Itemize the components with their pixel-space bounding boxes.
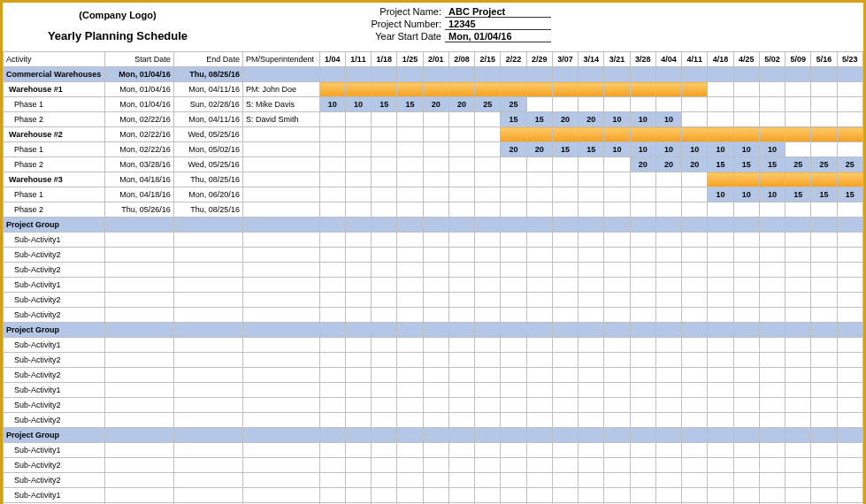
- end-cell[interactable]: Thu, 08/25/16: [173, 172, 242, 187]
- gantt-cell[interactable]: [682, 187, 708, 202]
- gantt-cell[interactable]: [708, 82, 733, 97]
- gantt-cell[interactable]: [397, 127, 423, 142]
- gantt-cell[interactable]: [372, 112, 397, 127]
- gantt-cell[interactable]: [319, 413, 345, 428]
- table-row[interactable]: Sub-Activity2: [4, 248, 863, 263]
- gantt-cell[interactable]: [448, 488, 474, 503]
- gantt-cell[interactable]: [630, 353, 655, 368]
- gantt-cell[interactable]: [733, 127, 759, 142]
- gantt-cell[interactable]: [319, 218, 345, 233]
- gantt-cell[interactable]: [423, 428, 448, 443]
- pm-cell[interactable]: [242, 323, 319, 338]
- table-row[interactable]: Project Group: [4, 428, 863, 443]
- gantt-cell[interactable]: [811, 413, 837, 428]
- end-cell[interactable]: [173, 278, 242, 293]
- gantt-cell[interactable]: [526, 97, 552, 112]
- gantt-cell[interactable]: [448, 293, 474, 308]
- pm-cell[interactable]: [242, 473, 319, 488]
- gantt-cell[interactable]: [630, 398, 655, 413]
- gantt-cell[interactable]: [475, 323, 501, 338]
- gantt-cell[interactable]: [682, 82, 708, 97]
- activity-cell[interactable]: Sub-Activity2: [4, 353, 105, 368]
- gantt-cell[interactable]: [501, 218, 526, 233]
- gantt-cell[interactable]: [759, 112, 785, 127]
- gantt-cell[interactable]: [759, 293, 785, 308]
- gantt-cell[interactable]: [526, 383, 552, 398]
- gantt-cell[interactable]: [475, 157, 501, 172]
- gantt-cell[interactable]: [682, 383, 708, 398]
- gantt-cell[interactable]: [448, 473, 474, 488]
- gantt-cell[interactable]: 10: [682, 142, 708, 157]
- gantt-cell[interactable]: [372, 157, 397, 172]
- gantt-cell[interactable]: [345, 127, 371, 142]
- table-row[interactable]: Sub-Activity1: [4, 278, 863, 293]
- end-cell[interactable]: Sun, 02/28/16: [173, 97, 242, 112]
- end-cell[interactable]: [173, 458, 242, 473]
- gantt-cell[interactable]: [579, 368, 604, 383]
- gantt-cell[interactable]: [552, 458, 578, 473]
- gantt-cell[interactable]: [579, 413, 604, 428]
- gantt-cell[interactable]: [604, 233, 630, 248]
- gantt-cell[interactable]: [811, 353, 837, 368]
- gantt-cell[interactable]: [345, 443, 371, 458]
- gantt-cell[interactable]: [345, 323, 371, 338]
- gantt-cell[interactable]: 15: [526, 112, 552, 127]
- gantt-cell[interactable]: [630, 383, 655, 398]
- gantt-cell[interactable]: [423, 368, 448, 383]
- table-row[interactable]: Warehouse #3Mon, 04/18/16Thu, 08/25/16: [4, 172, 863, 187]
- gantt-cell[interactable]: [579, 293, 604, 308]
- gantt-cell[interactable]: [630, 368, 655, 383]
- gantt-cell[interactable]: [630, 323, 655, 338]
- gantt-cell[interactable]: [759, 202, 785, 218]
- gantt-cell[interactable]: [423, 67, 448, 82]
- gantt-cell[interactable]: [397, 383, 423, 398]
- gantt-cell[interactable]: [604, 353, 630, 368]
- gantt-cell[interactable]: [708, 67, 733, 82]
- gantt-cell[interactable]: [552, 413, 578, 428]
- gantt-cell[interactable]: [526, 488, 552, 503]
- gantt-cell[interactable]: [682, 172, 708, 187]
- gantt-cell[interactable]: [579, 488, 604, 503]
- gantt-cell[interactable]: [733, 338, 759, 353]
- gantt-cell[interactable]: [448, 142, 474, 157]
- gantt-cell[interactable]: [682, 67, 708, 82]
- gantt-cell[interactable]: [319, 338, 345, 353]
- gantt-cell[interactable]: [837, 112, 862, 127]
- gantt-cell[interactable]: [708, 248, 733, 263]
- gantt-cell[interactable]: [552, 353, 578, 368]
- gantt-cell[interactable]: [733, 458, 759, 473]
- pm-cell[interactable]: [242, 157, 319, 172]
- gantt-cell[interactable]: [604, 413, 630, 428]
- gantt-cell[interactable]: [423, 233, 448, 248]
- gantt-cell[interactable]: [708, 473, 733, 488]
- gantt-cell[interactable]: [397, 112, 423, 127]
- gantt-cell[interactable]: [475, 458, 501, 473]
- gantt-cell[interactable]: [811, 67, 837, 82]
- gantt-cell[interactable]: 20: [630, 157, 655, 172]
- gantt-cell[interactable]: [319, 443, 345, 458]
- gantt-cell[interactable]: [811, 308, 837, 323]
- gantt-cell[interactable]: [579, 278, 604, 293]
- gantt-cell[interactable]: [448, 338, 474, 353]
- gantt-cell[interactable]: [811, 368, 837, 383]
- pm-cell[interactable]: [242, 398, 319, 413]
- gantt-cell[interactable]: [345, 383, 371, 398]
- gantt-cell[interactable]: [372, 248, 397, 263]
- gantt-cell[interactable]: [372, 233, 397, 248]
- gantt-cell[interactable]: [604, 473, 630, 488]
- gantt-cell[interactable]: [526, 218, 552, 233]
- gantt-cell[interactable]: [682, 248, 708, 263]
- end-cell[interactable]: [173, 218, 242, 233]
- gantt-cell[interactable]: [372, 428, 397, 443]
- gantt-cell[interactable]: [475, 218, 501, 233]
- gantt-cell[interactable]: [526, 398, 552, 413]
- gantt-cell[interactable]: [759, 413, 785, 428]
- gantt-cell[interactable]: [397, 338, 423, 353]
- gantt-cell[interactable]: [837, 248, 862, 263]
- gantt-cell[interactable]: [682, 218, 708, 233]
- gantt-cell[interactable]: [630, 218, 655, 233]
- gantt-cell[interactable]: [630, 413, 655, 428]
- gantt-cell[interactable]: [501, 443, 526, 458]
- gantt-cell[interactable]: [372, 443, 397, 458]
- gantt-cell[interactable]: [759, 248, 785, 263]
